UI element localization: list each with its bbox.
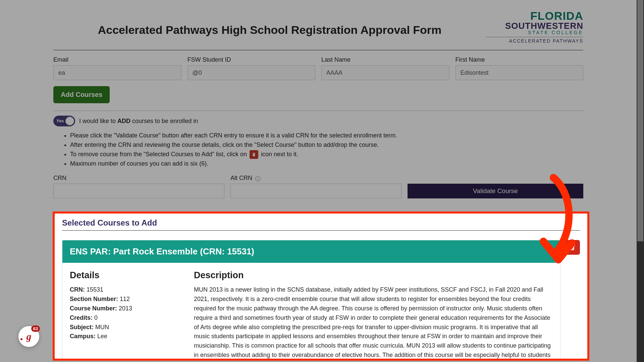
selected-courses-rule	[62, 230, 580, 231]
grammarly-badge[interactable]: g 63	[18, 326, 39, 347]
detail-crn: CRN: 15531	[70, 285, 184, 295]
toggle-knob	[65, 117, 74, 125]
course-description: Description MUN 2013 is a newer listing …	[194, 270, 553, 361]
vertical-scrollbar[interactable]	[637, 0, 644, 362]
altcrn-label: Alt CRN i	[230, 175, 401, 182]
detail-coursenum-value: 2013	[119, 305, 132, 312]
detail-campus: Campus: Lee	[70, 332, 184, 341]
badge-dot	[20, 338, 22, 340]
course-card-header[interactable]: ENS PAR: Part Rock Ensemble (CRN: 15531)	[62, 240, 560, 263]
selected-courses-inner: Selected Courses to Add ENS PAR: Part Ro…	[55, 214, 587, 361]
toggle-prefix: I would like to	[79, 118, 117, 124]
firstname-input[interactable]	[455, 65, 584, 80]
toggle-bold: ADD	[117, 118, 130, 124]
crn-label: CRN	[53, 175, 224, 182]
altcrn-label-text: Alt CRN	[230, 175, 252, 181]
page-title: Accelerated Pathways High School Registr…	[53, 10, 486, 37]
app-stage: Accelerated Pathways High School Registr…	[0, 0, 644, 362]
description-text: MUN 2013 is a newer listing in the SCNS …	[194, 285, 553, 361]
instructions-list: Please click the "Validate Course" butto…	[70, 131, 583, 169]
trash-icon	[250, 150, 258, 159]
student-fields-row: Email FSW Student ID Last Name First Nam…	[53, 56, 583, 80]
instruction-item: To remove course from the "Selected Cour…	[70, 150, 583, 159]
logo-line2: SOUTHWESTERN	[486, 21, 583, 30]
lastname-input[interactable]	[321, 65, 449, 80]
course-card-row: ENS PAR: Part Rock Ensemble (CRN: 15531)…	[62, 240, 580, 361]
details-heading: Details	[70, 270, 184, 281]
detail-coursenum: Course Number: 2013	[70, 304, 184, 313]
delete-course-button[interactable]	[565, 240, 580, 255]
section-divider	[53, 111, 583, 111]
instruction-post: icon next to it.	[261, 151, 298, 158]
course-card-body: Details CRN: 15531 Section Number: 112 C…	[62, 263, 560, 361]
firstname-label: First Name	[455, 56, 584, 63]
studentid-label: FSW Student ID	[187, 56, 316, 63]
firstname-field-wrap: First Name	[455, 56, 584, 80]
detail-credits-label: Credits:	[70, 314, 93, 321]
instruction-pre: To remove course from the "Selected Cour…	[70, 151, 249, 158]
instruction-item: Maximum number of courses you can add is…	[70, 159, 583, 169]
studentid-field-wrap: FSW Student ID	[187, 56, 316, 80]
email-field-wrap: Email	[53, 56, 181, 80]
instruction-item: After entering the CRN and reviewing the…	[70, 140, 583, 150]
selected-courses-title: Selected Courses to Add	[62, 218, 580, 228]
detail-section-label: Section Number:	[70, 296, 118, 302]
badge-glyph: g	[26, 331, 32, 342]
detail-subject-label: Subject:	[70, 324, 94, 330]
form-page: Accelerated Pathways High School Registr…	[53, 0, 583, 198]
toggle-yes-label: Yes	[56, 118, 64, 123]
instruction-item: Please click the "Validate Course" butto…	[70, 131, 583, 140]
lastname-field-wrap: Last Name	[321, 56, 449, 80]
detail-crn-label: CRN:	[70, 286, 85, 293]
detail-credits-value: 0	[94, 314, 98, 321]
detail-section: Section Number: 112	[70, 295, 184, 304]
header-row: Accelerated Pathways High School Registr…	[53, 10, 583, 43]
detail-subject: Subject: MUN	[70, 323, 184, 332]
add-toggle[interactable]: Yes	[53, 116, 75, 126]
header-divider	[53, 50, 583, 50]
selected-courses-panel: Selected Courses to Add ENS PAR: Part Ro…	[53, 212, 589, 361]
email-input[interactable]	[53, 65, 181, 80]
description-heading: Description	[194, 270, 553, 281]
altcrn-input[interactable]	[230, 184, 401, 198]
altcrn-field-wrap: Alt CRN i	[230, 175, 401, 198]
fsw-logo: FLORIDA SOUTHWESTERN STATE COLLEGE ACCEL…	[486, 10, 583, 43]
crn-row: CRN Alt CRN i Validate Course	[53, 175, 583, 198]
detail-coursenum-label: Course Number:	[70, 305, 117, 312]
logo-line4: ACCELERATED PATHWAYS	[486, 39, 583, 43]
badge-count: 63	[31, 325, 40, 332]
logo-line1: FLORIDA	[486, 10, 583, 21]
logo-line3: STATE COLLEGE	[486, 30, 583, 35]
logo-rule	[486, 37, 583, 37]
course-card: ENS PAR: Part Rock Ensemble (CRN: 15531)…	[62, 240, 560, 361]
detail-campus-label: Campus:	[70, 333, 96, 340]
info-icon[interactable]: i	[255, 176, 261, 181]
scrollbar-thumb[interactable]	[637, 0, 643, 241]
add-courses-button[interactable]: Add Courses	[53, 86, 110, 103]
add-toggle-row: Yes I would like to ADD courses to be en…	[53, 116, 583, 126]
toggle-caption: I would like to ADD courses to be enroll…	[79, 118, 198, 125]
validate-course-button[interactable]: Validate Course	[408, 184, 583, 198]
detail-crn-value: 15531	[87, 286, 103, 293]
trash-icon	[569, 244, 576, 251]
detail-section-value: 112	[120, 296, 130, 302]
detail-subject-value: MUN	[95, 324, 109, 330]
course-details: Details CRN: 15531 Section Number: 112 C…	[70, 270, 184, 361]
email-label: Email	[53, 56, 181, 63]
crn-input[interactable]	[53, 184, 224, 198]
toggle-suffix: courses to be enrolled in	[130, 118, 198, 124]
detail-campus-value: Lee	[97, 333, 107, 340]
detail-credits: Credits: 0	[70, 313, 184, 323]
crn-field-wrap: CRN	[53, 175, 224, 198]
lastname-label: Last Name	[321, 56, 449, 63]
studentid-input[interactable]	[187, 65, 316, 80]
